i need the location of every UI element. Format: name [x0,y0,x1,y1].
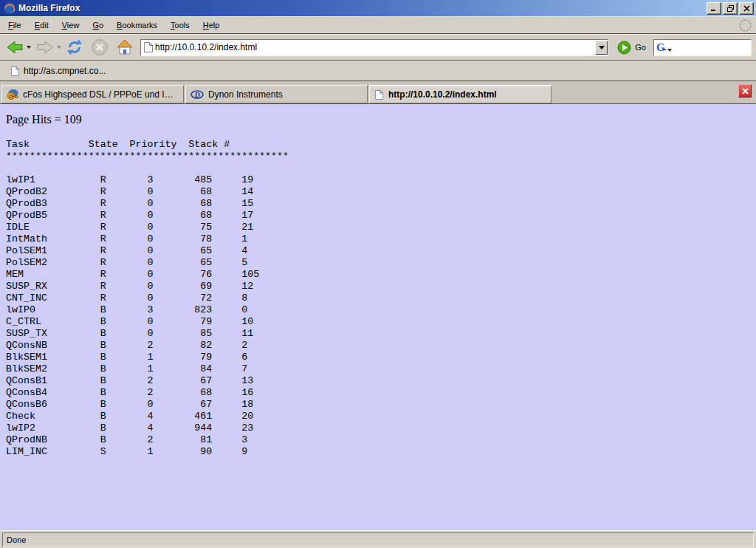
menu-go[interactable]: Go [86,18,110,32]
menu-bookmarks[interactable]: Bookmarks [110,18,164,32]
home-icon [117,39,133,55]
go-label: Go [635,43,646,52]
svg-text:G: G [656,41,665,53]
menu-tools[interactable]: Tools [164,18,196,32]
search-engine-dropdown[interactable] [667,49,672,52]
restore-button[interactable] [723,2,738,15]
window-title: Mozilla Firefox [18,3,705,13]
go-button[interactable]: Go [614,39,649,56]
back-button[interactable] [4,38,25,56]
menu-help[interactable]: Help [196,18,227,32]
status-panel: Done [2,532,754,547]
reload-button[interactable] [65,38,84,57]
restore-icon [727,5,734,12]
menu-file[interactable]: File [1,18,28,32]
url-dropdown-button[interactable] [595,41,608,55]
tab-active-index-page[interactable]: http://10.0.10.2/index.html [369,85,551,103]
tab-label: Dynon Instruments [208,89,283,100]
firefox-window: Mozilla Firefox File Edit View Go Bookma [0,0,756,548]
url-input[interactable] [154,42,595,52]
page-hits-text: Page Hits = 109 [6,113,750,126]
page-content: Page Hits = 109 Task State Priority Stac… [0,104,756,530]
tab-strip: cFos cFos Highspeed DSL / PPPoE und ISDN… [0,81,756,104]
tab-label: http://10.0.10.2/index.html [388,89,497,100]
forward-button[interactable] [35,38,55,56]
go-icon [617,41,631,55]
home-button[interactable] [115,38,134,57]
status-text: Done [7,535,26,544]
forward-dropdown[interactable] [57,46,61,49]
dynon-icon: D [190,90,204,99]
navigation-toolbar: Go G [0,34,756,61]
stop-icon [92,39,108,55]
cfos-icon: cFos [7,89,18,100]
close-tab-button[interactable] [738,84,752,97]
forward-icon [36,40,54,55]
status-bar: Done [0,530,756,548]
menu-edit[interactable]: Edit [28,18,55,32]
page-icon [10,66,20,77]
task-table: Task State Priority Stack # ************… [6,139,750,458]
reload-icon [66,39,83,55]
google-icon[interactable]: G [656,41,667,53]
tab-label: cFos Highspeed DSL / PPPoE und ISDN CAP.… [23,89,179,100]
tab-dynon[interactable]: D Dynon Instruments [185,85,368,103]
close-button[interactable] [739,2,754,15]
search-input[interactable] [673,41,751,53]
menu-bar: File Edit View Go Bookmarks Tools Help [0,16,756,34]
back-dropdown[interactable] [27,46,31,49]
svg-text:D: D [194,90,200,98]
search-bar: G [653,39,752,56]
firefox-logo-icon [4,2,16,14]
bookmark-label: http://as.cmpnet.co... [24,66,106,76]
page-icon [143,41,154,53]
close-icon [742,88,749,95]
minimize-icon [711,5,717,11]
chevron-down-icon [599,46,605,49]
bookmark-item[interactable]: http://as.cmpnet.co... [6,64,110,78]
throbber-icon [739,19,752,32]
menu-view[interactable]: View [55,18,86,32]
tab-cfos[interactable]: cFos cFos Highspeed DSL / PPPoE und ISDN… [1,85,184,103]
minimize-button[interactable] [707,2,721,15]
stop-button[interactable] [90,38,109,57]
svg-text:cFos: cFos [9,94,19,99]
close-icon [743,5,750,12]
title-bar: Mozilla Firefox [0,0,756,16]
bookmarks-toolbar: http://as.cmpnet.co... [0,61,756,81]
back-icon [6,40,24,55]
url-bar [140,39,608,56]
page-icon [374,89,384,100]
